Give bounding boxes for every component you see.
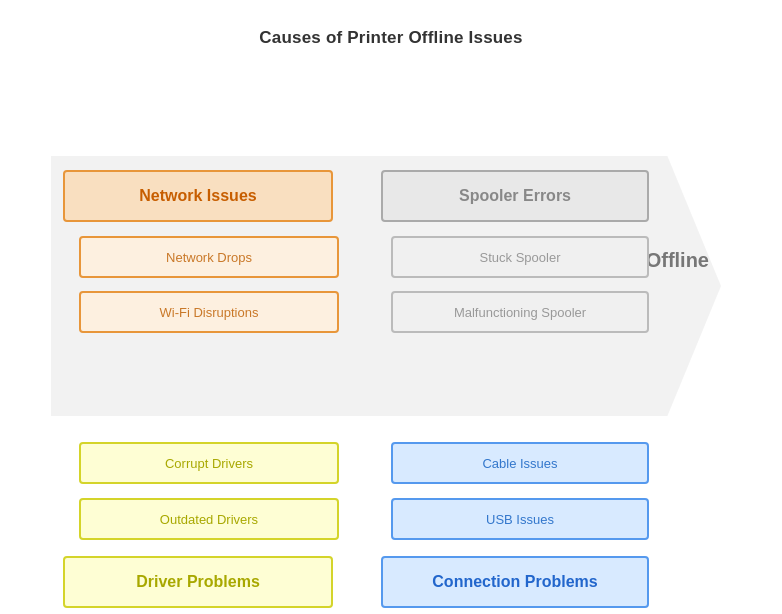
network-drops-box: Network Drops [79,236,339,278]
stuck-spooler-box: Stuck Spooler [391,236,649,278]
corrupt-drivers-box: Corrupt Drivers [79,442,339,484]
malfunctioning-spooler-box: Malfunctioning Spooler [391,291,649,333]
diagram: Printer Offline Network Issues Network D… [21,66,761,586]
usb-issues-box: USB Issues [391,498,649,540]
network-issues-box: Network Issues [63,170,333,222]
wifi-disruptions-box: Wi-Fi Disruptions [79,291,339,333]
outdated-drivers-box: Outdated Drivers [79,498,339,540]
page-title: Causes of Printer Offline Issues [259,28,522,48]
page: Causes of Printer Offline Issues Printer… [0,0,782,614]
cable-issues-box: Cable Issues [391,442,649,484]
connection-problems-box: Connection Problems [381,556,649,608]
driver-problems-box: Driver Problems [63,556,333,608]
spooler-errors-box: Spooler Errors [381,170,649,222]
